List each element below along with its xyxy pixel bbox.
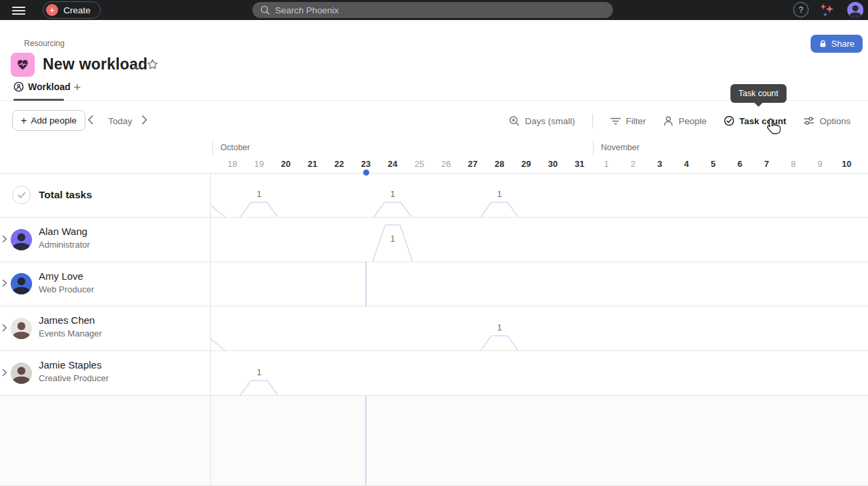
expand-chevron-icon[interactable] [2,322,7,334]
person-name[interactable]: Jamie Staples [39,359,101,371]
task-peak [374,202,411,217]
date-cell: 28 [495,159,504,169]
topbar: + Create Search Phoenix ? [0,0,868,20]
filter-button[interactable]: Filter [610,116,646,126]
date-cell: 10 [842,159,851,169]
person-name[interactable]: Alan Wang [39,226,87,237]
date-cell: 1 [604,159,608,169]
search-icon [260,5,270,15]
user-avatar[interactable] [847,2,863,18]
task-count-value: 1 [497,189,501,199]
date-cell: 5 [710,159,715,169]
person-row[interactable]: Jamie StaplesCreative Producer [0,350,210,395]
date-cell: 19 [254,159,264,169]
search-placeholder: Search Phoenix [275,5,339,15]
date-cell: 3 [657,159,662,169]
date-cell: 18 [228,159,237,169]
zoom-level-label: Days (small) [525,116,575,126]
add-tab-button[interactable]: + [73,80,81,95]
plus-icon: + [46,4,58,16]
help-label: ? [799,5,803,15]
filter-label: Filter [626,116,646,126]
task-count-value: 1 [390,234,395,244]
avatar[interactable] [11,362,32,384]
date-cell: 22 [335,159,344,169]
task-count-button[interactable]: Task count [724,115,786,126]
options-icon [803,115,815,126]
today-button[interactable]: Today [108,116,132,126]
person-role: Administrator [39,240,90,250]
person-row[interactable]: James ChenEvents Manager [0,306,210,350]
menu-icon[interactable] [12,5,25,15]
avatar[interactable] [11,229,32,250]
sparkles-icon[interactable] [818,1,835,21]
workload-chart[interactable]: 111111 [210,173,868,486]
toolbar-right: Days (small) Filter People Task count Op [509,113,851,128]
date-cell: 20 [281,159,290,169]
page-title: New workload [43,55,148,73]
create-button[interactable]: + Create [43,1,101,19]
add-people-button[interactable]: + Add people [12,110,85,131]
person-name[interactable]: James Chen [39,314,95,326]
expand-chevron-icon[interactable] [2,367,7,379]
date-cell: 2 [630,159,635,169]
breadcrumb[interactable]: Resourcing [24,39,65,48]
task-peak [240,202,278,217]
date-cell: 27 [468,159,477,169]
expand-chevron-icon[interactable] [2,278,7,290]
check-circle-icon [12,186,31,204]
people-icon [663,115,674,126]
person-name[interactable]: Amy Love [39,270,83,282]
expand-chevron-icon[interactable] [2,234,7,246]
person-row[interactable]: Amy LoveWeb Producer [0,262,210,306]
peak-edge [210,205,225,217]
date-cell: 25 [415,159,424,169]
tooltip: Task count [730,84,787,103]
plus-icon: + [21,115,27,127]
add-people-label: Add people [31,115,76,126]
share-button[interactable]: Share [811,35,863,53]
task-count-value: 1 [390,189,395,199]
next-button[interactable] [142,115,148,128]
help-button[interactable]: ? [793,2,809,17]
tab-workload-label: Workload [28,81,71,92]
search-input[interactable]: Search Phoenix [252,2,613,18]
month-tick [593,141,594,156]
month-label: October [220,143,250,152]
month-label: November [601,143,640,152]
person-role: Events Manager [39,328,102,338]
options-label: Options [819,116,851,126]
date-cell: 31 [575,159,584,169]
month-tick [212,141,213,156]
tab-workload[interactable]: Workload [13,81,71,92]
today-dot [363,170,369,176]
active-tab-indicator [13,99,64,101]
people-button[interactable]: People [663,115,706,126]
task-peak [240,381,278,395]
date-cell: 24 [388,159,397,169]
task-peak [481,336,518,350]
date-cell: 21 [308,159,317,169]
peak-edge [210,338,225,350]
date-cell: 9 [817,159,822,169]
avatar[interactable] [11,318,32,339]
people-label: People [678,116,706,126]
date-cell: 8 [791,159,795,169]
date-cell: 6 [737,159,742,169]
prev-button[interactable] [87,115,93,128]
person-row[interactable]: Alan WangAdministrator [0,217,210,262]
date-cell: 26 [441,159,451,169]
chevron-down-icon[interactable] [134,61,142,73]
project-heart-icon[interactable] [11,53,35,77]
task-count-value: 1 [497,322,501,332]
filter-icon [610,116,621,126]
share-label: Share [831,39,855,49]
divider [592,113,593,128]
options-button[interactable]: Options [803,115,851,126]
zoom-level-button[interactable]: Days (small) [509,115,575,127]
avatar[interactable] [11,273,32,294]
date-cell: 30 [548,159,558,169]
star-icon[interactable] [147,59,158,73]
create-label: Create [63,5,91,15]
total-tasks-row[interactable]: Total tasks [0,173,210,217]
